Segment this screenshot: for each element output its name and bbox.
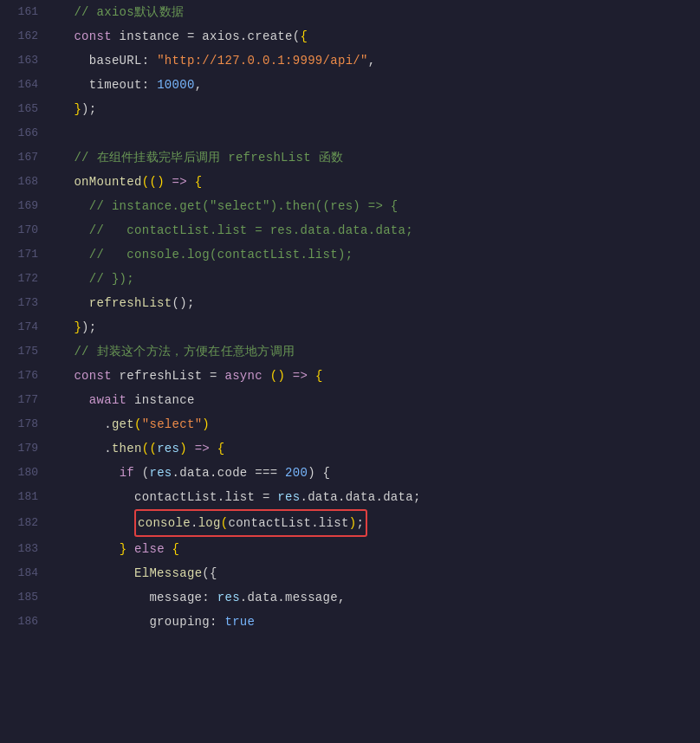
code-line-186: 186 grouping: true [0, 610, 700, 634]
line-number-178: 178 [0, 412, 52, 436]
code-line-179: 179 .then((res) => { [0, 436, 700, 461]
code-line-182: 182 console.log(contactList.list); [0, 509, 700, 537]
line-content-168: onMounted(() => { [52, 170, 700, 194]
line-number-180: 180 [0, 461, 52, 485]
code-line-184: 184 ElMessage({ [0, 561, 700, 585]
code-line-169: 169 // instance.get("select").then((res)… [0, 194, 700, 218]
code-line-161: 161 // axios默认数据 [0, 0, 700, 24]
line-content-180: if (res.data.code === 200) { [52, 461, 700, 485]
code-line-180: 180 if (res.data.code === 200) { [0, 461, 700, 485]
line-content-178: .get("select") [52, 412, 700, 436]
line-content-163: baseURL: "http://127.0.0.1:9999/api/", [52, 48, 700, 73]
line-number-165: 165 [0, 97, 52, 121]
code-editor: 161 // axios默认数据 162 const instance = ax… [0, 0, 700, 743]
line-number-161: 161 [0, 0, 52, 24]
line-number-173: 173 [0, 291, 52, 315]
code-line-174: 174 }); [0, 315, 700, 339]
line-number-183: 183 [0, 537, 52, 561]
line-content-185: message: res.data.message, [52, 585, 700, 610]
line-number-185: 185 [0, 585, 52, 610]
code-line-164: 164 timeout: 10000, [0, 73, 700, 97]
line-number-164: 164 [0, 73, 52, 97]
code-line-176: 176 const refreshList = async () => { [0, 364, 700, 388]
line-number-175: 175 [0, 339, 52, 364]
line-number-162: 162 [0, 24, 52, 48]
line-content-167: // 在组件挂载完毕后调用 refreshList 函数 [52, 145, 700, 170]
line-number-181: 181 [0, 485, 52, 509]
line-number-163: 163 [0, 48, 52, 73]
code-line-163: 163 baseURL: "http://127.0.0.1:9999/api/… [0, 48, 700, 73]
highlighted-code-box: console.log(contactList.list); [134, 509, 367, 537]
line-number-169: 169 [0, 194, 52, 218]
code-line-162: 162 const instance = axios.create({ [0, 24, 700, 48]
code-line-175: 175 // 封装这个方法，方便在任意地方调用 [0, 339, 700, 364]
line-content-171: // console.log(contactList.list); [52, 242, 700, 267]
code-line-173: 173 refreshList(); [0, 291, 700, 315]
code-line-167: 167 // 在组件挂载完毕后调用 refreshList 函数 [0, 145, 700, 170]
line-content-183: } else { [52, 537, 700, 561]
code-line-166: 166 [0, 121, 700, 145]
line-content-170: // contactList.list = res.data.data.data… [52, 218, 700, 242]
code-line-181: 181 contactList.list = res.data.data.dat… [0, 485, 700, 509]
line-number-167: 167 [0, 145, 52, 170]
line-number-168: 168 [0, 170, 52, 194]
line-content-162: const instance = axios.create({ [52, 24, 700, 48]
code-line-177: 177 await instance [0, 388, 700, 412]
line-content-164: timeout: 10000, [52, 73, 700, 97]
line-number-184: 184 [0, 561, 52, 585]
line-content-166 [52, 121, 700, 145]
line-content-165: }); [52, 97, 700, 121]
line-number-179: 179 [0, 436, 52, 461]
line-number-166: 166 [0, 121, 52, 145]
code-lines: 161 // axios默认数据 162 const instance = ax… [0, 0, 700, 634]
line-content-181: contactList.list = res.data.data.data; [52, 485, 700, 509]
line-number-171: 171 [0, 242, 52, 267]
line-content-161: // axios默认数据 [52, 0, 700, 24]
line-content-177: await instance [52, 388, 700, 412]
line-content-172: // }); [52, 267, 700, 291]
code-line-165: 165 }); [0, 97, 700, 121]
line-number-186: 186 [0, 610, 52, 634]
code-line-171: 171 // console.log(contactList.list); [0, 242, 700, 267]
line-number-170: 170 [0, 218, 52, 242]
code-line-183: 183 } else { [0, 537, 700, 561]
line-number-177: 177 [0, 388, 52, 412]
code-line-168: 168 onMounted(() => { [0, 170, 700, 194]
line-content-184: ElMessage({ [52, 561, 700, 585]
code-line-170: 170 // contactList.list = res.data.data.… [0, 218, 700, 242]
line-number-174: 174 [0, 315, 52, 339]
line-number-176: 176 [0, 364, 52, 388]
line-content-175: // 封装这个方法，方便在任意地方调用 [52, 339, 700, 364]
line-content-174: }); [52, 315, 700, 339]
code-line-185: 185 message: res.data.message, [0, 585, 700, 610]
line-content-179: .then((res) => { [52, 436, 700, 461]
line-content-173: refreshList(); [52, 291, 700, 315]
line-number-172: 172 [0, 267, 52, 291]
line-content-182: console.log(contactList.list); [52, 509, 700, 537]
line-content-169: // instance.get("select").then((res) => … [52, 194, 700, 218]
line-number-182: 182 [0, 511, 52, 535]
line-content-186: grouping: true [52, 610, 700, 634]
code-line-172: 172 // }); [0, 267, 700, 291]
line-content-176: const refreshList = async () => { [52, 364, 700, 388]
code-line-178: 178 .get("select") [0, 412, 700, 436]
